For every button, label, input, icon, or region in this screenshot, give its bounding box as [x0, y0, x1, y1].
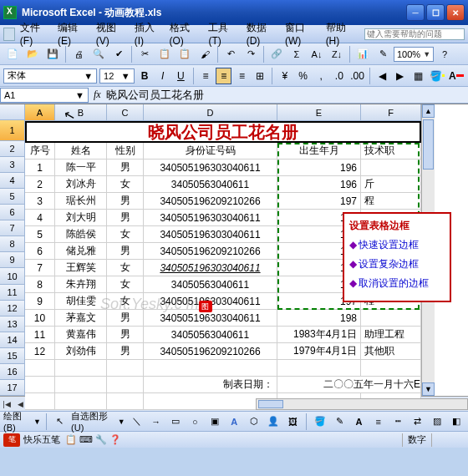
cell-title[interactable]: 助理工程 — [361, 327, 421, 343]
cell[interactable] — [144, 360, 277, 377]
scroll-thumb[interactable] — [423, 119, 434, 170]
col-header-a[interactable]: A — [25, 104, 55, 121]
select-all-corner[interactable] — [0, 104, 25, 120]
header-dob[interactable]: 出生年月 — [277, 143, 361, 160]
row-header-15[interactable]: 15 — [0, 348, 25, 364]
row-header-4[interactable]: 4 — [0, 173, 25, 189]
row-header-16[interactable]: 16 — [0, 364, 25, 380]
cell-dob[interactable]: 1979年4月1日 — [277, 343, 361, 360]
ime-toolbar-icons[interactable]: 📋 ⌨ 🔧 ❓ — [65, 434, 121, 445]
cell-sex[interactable]: 男 — [107, 327, 144, 343]
redo-button[interactable]: ↷ — [242, 45, 260, 63]
cell-name[interactable]: 黄嘉伟 — [55, 327, 107, 343]
maximize-button[interactable]: ☐ — [426, 4, 445, 21]
wordart-button[interactable]: A — [226, 413, 242, 431]
row-header-13[interactable]: 13 — [0, 316, 25, 332]
cell-name[interactable]: 王辉笑 — [55, 260, 107, 276]
cell-sex[interactable]: 男 — [107, 343, 144, 360]
cell-title[interactable]: 程 — [361, 193, 421, 210]
diagram-button[interactable]: ⬡ — [246, 413, 262, 431]
cell-name[interactable]: 朱卉翔 — [55, 276, 107, 293]
autoshapes-menu[interactable]: 自选图形(U) — [71, 410, 114, 433]
cell-seq[interactable]: 10 — [25, 310, 55, 327]
cell-name[interactable]: 刘大明 — [55, 210, 107, 226]
row-header-12[interactable]: 12 — [0, 301, 25, 316]
hscroll-thumb[interactable] — [258, 400, 283, 408]
header-sex[interactable]: 性别 — [107, 143, 144, 160]
print-preview-button[interactable]: 🔍 — [89, 45, 108, 63]
cell-sex[interactable]: 女 — [107, 293, 144, 310]
sort-asc-button[interactable]: A↓ — [308, 45, 326, 63]
comma-button[interactable]: , — [313, 68, 329, 84]
cell-id[interactable]: 340505196303040611 — [144, 260, 277, 276]
col-header-c[interactable]: C — [107, 104, 144, 121]
italic-button[interactable]: I — [155, 68, 170, 84]
format-painter-button[interactable]: 🖌 — [196, 45, 214, 63]
print-button[interactable]: 🖨 — [69, 45, 88, 63]
row-header-2[interactable]: 2 — [0, 141, 25, 157]
scroll-up-button[interactable]: ▲ — [422, 104, 435, 118]
open-button[interactable]: 📂 — [23, 45, 42, 63]
font-color-button[interactable]: A — [448, 68, 465, 84]
decrease-indent-button[interactable]: ◀ — [374, 68, 390, 84]
footer-label[interactable]: 制表日期： — [144, 377, 277, 393]
col-header-b[interactable]: B — [55, 104, 107, 121]
scroll-down-button[interactable]: ▼ — [422, 382, 435, 396]
cell[interactable] — [277, 360, 361, 377]
cell-sex[interactable]: 男 — [107, 210, 144, 226]
row-header-10[interactable]: 10 — [0, 268, 25, 284]
menu-window[interactable]: 窗口(W) — [285, 21, 316, 47]
cell-seq[interactable]: 4 — [25, 210, 55, 226]
row-header-1[interactable]: 1 — [0, 120, 25, 141]
cell-dob[interactable]: 198 — [277, 310, 361, 327]
font-name-dropdown[interactable]: 宋体▼ — [3, 68, 97, 84]
cell-id[interactable]: 340505196209210266 — [144, 193, 277, 210]
new-button[interactable]: 📄 — [3, 45, 22, 63]
cell-seq[interactable]: 1 — [25, 160, 55, 176]
cell[interactable] — [55, 360, 107, 377]
arrow-style-button[interactable]: ⇄ — [410, 413, 425, 431]
bold-button[interactable]: B — [137, 68, 153, 84]
select-objects-button[interactable]: ↖ — [52, 413, 68, 431]
row-header-3[interactable]: 3 — [0, 157, 25, 173]
cell-name[interactable]: 琚长州 — [55, 193, 107, 210]
menu-insert[interactable]: 插入(I) — [135, 21, 160, 47]
currency-button[interactable]: ¥ — [277, 68, 292, 84]
title-cell[interactable]: 晓风公司员工花名册 — [25, 121, 421, 143]
menu-data[interactable]: 数据(D) — [247, 21, 275, 47]
cell-name[interactable]: 陈皓侯 — [55, 226, 107, 243]
cell-sex[interactable]: 男 — [107, 193, 144, 210]
align-center-button[interactable]: ≡ — [216, 68, 231, 84]
tooltip-item[interactable]: ◆取消设置的边框 — [349, 276, 445, 291]
align-left-button[interactable]: ≡ — [198, 68, 214, 84]
cell-name[interactable]: 刘劲伟 — [55, 343, 107, 360]
spelling-button[interactable]: ✔ — [109, 45, 128, 63]
drawing-menu[interactable]: 绘图(B) — [3, 410, 30, 433]
horizontal-scrollbar[interactable] — [256, 398, 468, 410]
cell-sex[interactable]: 男 — [107, 243, 144, 260]
col-header-d[interactable]: D — [144, 104, 277, 121]
cell-id[interactable]: 340505196303040611 — [144, 160, 277, 176]
cell-seq[interactable]: 3 — [25, 193, 55, 210]
clipart-button[interactable]: 👤 — [265, 413, 281, 431]
align-right-button[interactable]: ≡ — [234, 68, 250, 84]
header-name[interactable]: 姓名 — [55, 143, 107, 160]
name-box[interactable]: A1▼ — [0, 88, 89, 103]
cell-id[interactable]: 340505196303040611 — [144, 210, 277, 226]
cell-id[interactable]: 34050563040611 — [144, 176, 277, 193]
cell-seq[interactable]: 6 — [25, 243, 55, 260]
cell-title[interactable]: 其他职 — [361, 343, 421, 360]
cell-id[interactable]: 340505196303040611 — [144, 310, 277, 327]
cell[interactable] — [25, 360, 55, 377]
cell-dob[interactable]: 1983年4月1日 — [277, 327, 361, 343]
cell-sex[interactable]: 女 — [107, 226, 144, 243]
cell-id[interactable]: 340505196209210266 — [144, 343, 277, 360]
increase-decimal-button[interactable]: .0 — [332, 68, 348, 84]
line-color-button[interactable]: ✎ — [331, 413, 347, 431]
arrow-button[interactable]: → — [148, 413, 164, 431]
autosum-button[interactable]: Σ — [287, 45, 306, 63]
cell[interactable] — [55, 393, 107, 410]
hyperlink-button[interactable]: 🔗 — [267, 45, 286, 63]
tab-first-button[interactable]: |◀ — [0, 398, 13, 411]
underline-button[interactable]: U — [173, 68, 189, 84]
